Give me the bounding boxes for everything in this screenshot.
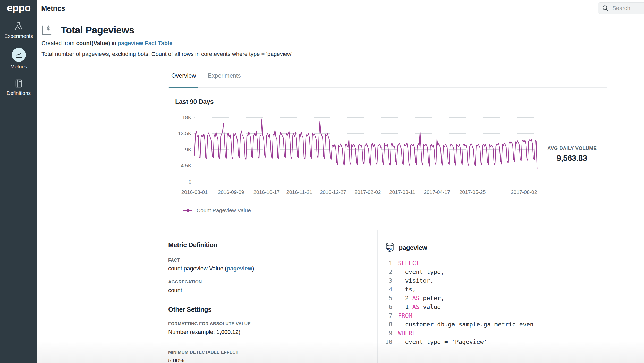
sql-code-line: 8 customer_db.ga_sample.ga_metric_even bbox=[384, 320, 605, 329]
database-sql-icon: SQL bbox=[384, 242, 396, 254]
other-settings-heading: Other Settings bbox=[168, 306, 374, 313]
y-axis-tick-label: 18K bbox=[168, 115, 191, 120]
avg-daily-volume-label: AVG DAILY VOLUME bbox=[547, 145, 596, 151]
sidebar: eppo Experiments bbox=[0, 0, 37, 363]
book-icon bbox=[14, 79, 24, 88]
x-axis-tick-label: 2016-11-21 bbox=[286, 189, 312, 195]
metric-title: Total Pageviews bbox=[61, 25, 134, 36]
pageviews-line bbox=[194, 119, 537, 169]
mde-label: MINIMUM DETECTABLE EFFECT bbox=[168, 350, 374, 355]
x-axis-labels: 2016-08-012016-09-092016-10-172016-11-21… bbox=[194, 189, 537, 197]
chart-plot-area bbox=[194, 117, 537, 182]
sql-panel: SQL pageview 1SELECT2 event_type,3 visit… bbox=[384, 230, 605, 346]
chart-legend: Count Pageview Value bbox=[183, 207, 251, 213]
sql-code-line: 2 event_type, bbox=[384, 267, 605, 276]
sidebar-item-definitions[interactable]: Definitions bbox=[0, 79, 37, 96]
created-from-line: Created from count(Value) in pageview Fa… bbox=[41, 40, 172, 47]
topbar: Metrics Search bbox=[37, 0, 644, 18]
flask-icon bbox=[14, 21, 24, 31]
sql-code-line: 7FROM bbox=[384, 311, 605, 320]
metric-definition-heading: Metric Definition bbox=[168, 241, 374, 249]
sidebar-item-label: Metrics bbox=[10, 64, 27, 70]
x-axis-tick-label: 2016-08-01 bbox=[181, 189, 208, 195]
eppo-logo: eppo bbox=[7, 2, 31, 14]
sql-code-line: 1SELECT bbox=[384, 259, 605, 267]
sql-code-line: 9WHERE bbox=[384, 329, 605, 338]
x-axis-tick-label: 2016-09-09 bbox=[218, 189, 244, 195]
x-axis-tick-label: 2017-02-02 bbox=[354, 189, 381, 195]
avg-daily-volume-value: 9,563.83 bbox=[547, 154, 596, 163]
sidebar-item-metrics[interactable]: Metrics bbox=[0, 48, 37, 70]
sql-code-line: 6 1 AS value bbox=[384, 302, 605, 311]
svg-text:SQL: SQL bbox=[386, 247, 393, 251]
fact-label: FACT bbox=[168, 258, 374, 263]
pageview-fact-link[interactable]: pageview bbox=[227, 265, 252, 272]
metric-definition-column: Metric Definition FACT count pageview Va… bbox=[168, 230, 374, 363]
tab-overview[interactable]: Overview bbox=[169, 65, 198, 88]
gridline bbox=[194, 182, 537, 182]
sql-code-line: 4 ts, bbox=[384, 285, 605, 294]
x-axis-tick-label: 2016-10-17 bbox=[253, 189, 280, 195]
x-axis-tick-label: 2017-05-25 bbox=[459, 189, 486, 195]
y-axis-tick-label: 9K bbox=[168, 147, 191, 153]
active-nav-highlight bbox=[12, 48, 26, 62]
overview-section: Overview Experiments Last 90 Days 18K 13… bbox=[168, 65, 607, 230]
x-axis-tick-label: 2016-12-27 bbox=[320, 189, 346, 195]
formatting-value: Number (example: 1,000.12) bbox=[168, 329, 374, 335]
x-axis-tick-label: 2017-08-02 bbox=[511, 189, 537, 195]
page-title: Metrics bbox=[41, 5, 65, 13]
main-area: Metrics Search Total Pageviews bbox=[37, 0, 644, 363]
search-placeholder: Search bbox=[612, 5, 630, 12]
aggregation-label: AGGREGATION bbox=[168, 280, 374, 285]
sidebar-item-label: Experiments bbox=[4, 33, 33, 39]
line-chart-icon bbox=[15, 51, 23, 59]
pageviews-chart-svg bbox=[194, 117, 537, 182]
formatting-label: FORMATTING FOR ABSOLUTE VALUE bbox=[168, 321, 374, 326]
x-axis-tick-label: 2017-03-11 bbox=[389, 189, 415, 195]
sidebar-item-label: Definitions bbox=[7, 90, 31, 96]
y-axis-tick-label: 13.5K bbox=[168, 131, 191, 136]
mde-value: 5.00% bbox=[168, 357, 374, 363]
chart-title: Last 90 Days bbox=[175, 98, 214, 106]
legend-line-marker bbox=[183, 210, 192, 211]
search-icon bbox=[602, 5, 609, 12]
legend-series-label: Count Pageview Value bbox=[197, 207, 251, 213]
sql-code-line: 5 2 AS peter, bbox=[384, 294, 605, 302]
sql-code-lines: 1SELECT2 event_type,3 visitor,4 ts,5 2 A… bbox=[384, 259, 605, 346]
sql-code-line: 3 visitor, bbox=[384, 276, 605, 285]
y-axis-tick-label: 4.5K bbox=[168, 163, 191, 169]
aggregation-value: count bbox=[168, 287, 374, 294]
sql-code-line: 10 event_type = 'Pageview' bbox=[384, 338, 605, 346]
column-divider bbox=[377, 230, 378, 363]
sidebar-item-experiments[interactable]: Experiments bbox=[0, 21, 37, 39]
created-from-fact: count(Value) bbox=[76, 40, 110, 46]
metric-axis-gear-icon bbox=[42, 25, 53, 36]
x-axis-tick-label: 2017-04-17 bbox=[424, 189, 450, 195]
tab-bar: Overview Experiments bbox=[168, 65, 607, 88]
metric-header: Total Pageviews Created from count(Value… bbox=[37, 18, 644, 65]
fact-table-link[interactable]: pageview Fact Table bbox=[118, 40, 172, 46]
sql-definition-name: pageview bbox=[399, 244, 427, 252]
search-input[interactable]: Search bbox=[598, 2, 644, 14]
metric-description: Total number of pageviews, excluding bot… bbox=[41, 51, 292, 57]
fact-value: count pageview Value (pageview) bbox=[168, 265, 374, 272]
y-axis-tick-label: 0 bbox=[168, 179, 191, 185]
avg-daily-volume-block: AVG DAILY VOLUME 9,563.83 bbox=[547, 145, 596, 163]
tab-experiments[interactable]: Experiments bbox=[206, 65, 243, 88]
